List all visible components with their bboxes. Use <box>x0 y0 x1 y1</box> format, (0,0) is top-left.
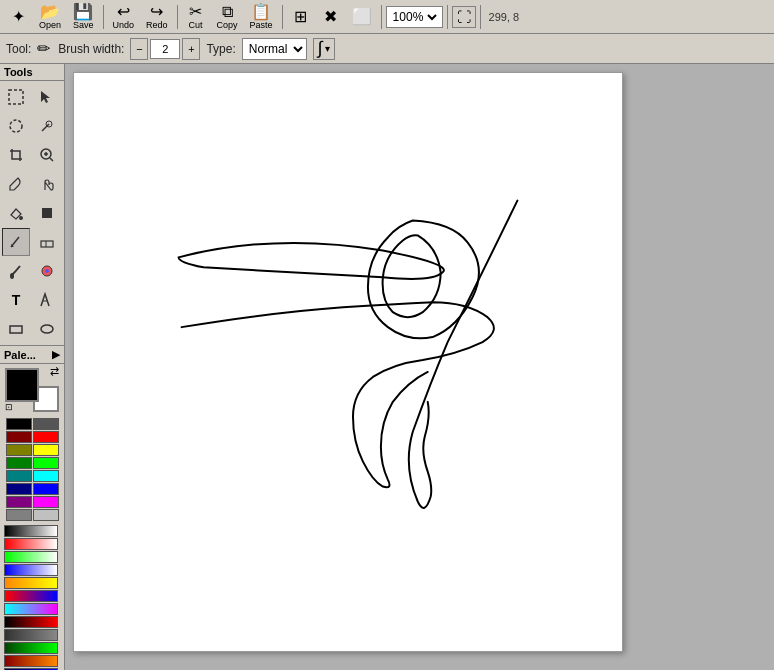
palette-color-swatch[interactable] <box>33 431 59 443</box>
palette-color-swatch[interactable] <box>6 470 32 482</box>
palette-arrow-button[interactable]: ▶ <box>52 348 60 361</box>
palette-color-swatch[interactable] <box>6 457 32 469</box>
gradient-swatch[interactable] <box>4 525 58 537</box>
curve-tool-button[interactable]: ∫ ▾ <box>313 38 335 60</box>
pencil-tool[interactable] <box>2 228 30 256</box>
gradient-swatch[interactable] <box>4 564 58 576</box>
copy-icon: ⧉ <box>222 4 233 20</box>
brush-width-plus-button[interactable]: + <box>182 38 200 60</box>
gradient-swatch[interactable] <box>4 655 58 667</box>
lasso-tool[interactable] <box>2 112 30 140</box>
palette-color-swatch[interactable] <box>33 444 59 456</box>
text-tool[interactable]: T <box>2 286 30 314</box>
hand-tool[interactable] <box>33 170 61 198</box>
undo-button[interactable]: ↩ Undo <box>108 3 140 31</box>
brush-icon <box>8 263 24 279</box>
transform-button[interactable]: ⊞ <box>287 3 315 31</box>
color-replace-tool[interactable] <box>33 257 61 285</box>
swap-colors-button[interactable]: ⇄ <box>50 366 59 377</box>
rect-shape-tool[interactable] <box>2 315 30 343</box>
gradient-swatch[interactable] <box>4 603 58 615</box>
palette-color-swatch[interactable] <box>6 509 32 521</box>
sep1 <box>103 5 104 29</box>
cut-icon: ✂ <box>189 4 202 20</box>
path-tool[interactable] <box>33 286 61 314</box>
palette-color-swatch[interactable] <box>33 496 59 508</box>
paste-button[interactable]: 📋 Paste <box>245 3 278 31</box>
paint-bucket-icon <box>8 205 24 221</box>
eraser-tool[interactable] <box>33 228 61 256</box>
zoom-tool[interactable] <box>33 141 61 169</box>
sep4 <box>381 5 382 29</box>
palette-color-swatch[interactable] <box>33 418 59 430</box>
open-button[interactable]: 📂 Open <box>34 3 66 31</box>
fg-color-swatch[interactable] <box>5 368 39 402</box>
redo-icon: ↪ <box>150 4 163 20</box>
cut-button[interactable]: ✂ Cut <box>182 3 210 31</box>
magic-wand-icon <box>39 118 55 134</box>
shape-fill-icon <box>39 205 55 221</box>
svg-point-17 <box>41 325 53 333</box>
new-button[interactable]: ✦ <box>4 3 32 31</box>
save-button[interactable]: 💾 Save <box>68 3 99 31</box>
palette-color-swatch[interactable] <box>33 470 59 482</box>
svg-rect-8 <box>42 208 52 218</box>
brush-tool[interactable] <box>2 257 30 285</box>
canvas-area[interactable] <box>65 64 774 670</box>
gradient-swatch[interactable] <box>4 590 58 602</box>
palette-color-swatch[interactable] <box>6 431 32 443</box>
main-area: Tools <box>0 64 774 670</box>
gradient-swatch[interactable] <box>4 642 58 654</box>
gradient-swatch[interactable] <box>4 538 58 550</box>
resize-button[interactable]: ⬜ <box>347 3 377 31</box>
zoom-group: 100% 50% 200% 25% <box>386 6 443 28</box>
svg-rect-10 <box>41 241 53 247</box>
copy-button[interactable]: ⧉ Copy <box>212 3 243 31</box>
text-icon: T <box>12 292 21 308</box>
gradient-swatch[interactable] <box>4 577 58 589</box>
reset-colors-button[interactable]: ⊡ <box>5 403 13 412</box>
delete-button[interactable]: ✖ <box>317 3 345 31</box>
path-icon <box>39 292 55 308</box>
magic-wand-tool[interactable] <box>33 112 61 140</box>
brush-width-input[interactable] <box>150 39 180 59</box>
palette-color-swatch[interactable] <box>6 444 32 456</box>
type-select[interactable]: Normal Blur Smear <box>242 38 307 60</box>
paste-label: Paste <box>250 20 273 30</box>
palette-header: Pale... ▶ <box>0 345 64 364</box>
svg-point-14 <box>45 269 49 273</box>
palette-color-swatch[interactable] <box>6 418 32 430</box>
fit-button[interactable]: ⛶ <box>452 6 476 28</box>
eyedropper-tool[interactable] <box>2 170 30 198</box>
gradient-swatch[interactable] <box>4 616 58 628</box>
ellipse-shape-icon <box>39 321 55 337</box>
palette-color-swatch[interactable] <box>33 509 59 521</box>
paint-bucket-tool[interactable] <box>2 199 30 227</box>
new-icon: ✦ <box>12 9 25 25</box>
pencil-icon-options: ✏ <box>37 39 50 58</box>
gradient-palette <box>0 525 64 670</box>
color-palette-grid <box>4 416 60 523</box>
palette-color-swatch[interactable] <box>6 483 32 495</box>
select-rect-tool[interactable] <box>2 83 30 111</box>
gradient-swatch[interactable] <box>4 629 58 641</box>
zoom-select[interactable]: 100% 50% 200% 25% <box>389 9 440 25</box>
brush-width-minus-button[interactable]: − <box>130 38 148 60</box>
crop-tool[interactable] <box>2 141 30 169</box>
drawing-canvas[interactable] <box>73 72 623 652</box>
main-toolbar: ✦ 📂 Open 💾 Save ↩ Undo ↪ Redo ✂ Cut ⧉ Co… <box>0 0 774 34</box>
palette-color-swatch[interactable] <box>6 496 32 508</box>
shape-fill-tool[interactable] <box>33 199 61 227</box>
palette-panel: Pale... ▶ ⇄ ⊡ <box>0 345 65 670</box>
paste-icon: 📋 <box>251 4 271 20</box>
crop-icon <box>8 147 24 163</box>
palette-color-swatch[interactable] <box>33 483 59 495</box>
gradient-swatch[interactable] <box>4 551 58 563</box>
ellipse-shape-tool[interactable] <box>33 315 61 343</box>
save-icon: 💾 <box>73 4 93 20</box>
cut-label: Cut <box>189 20 203 30</box>
palette-color-swatch[interactable] <box>33 457 59 469</box>
select-arrow-tool[interactable] <box>33 83 61 111</box>
undo-icon: ↩ <box>117 4 130 20</box>
redo-button[interactable]: ↪ Redo <box>141 3 173 31</box>
